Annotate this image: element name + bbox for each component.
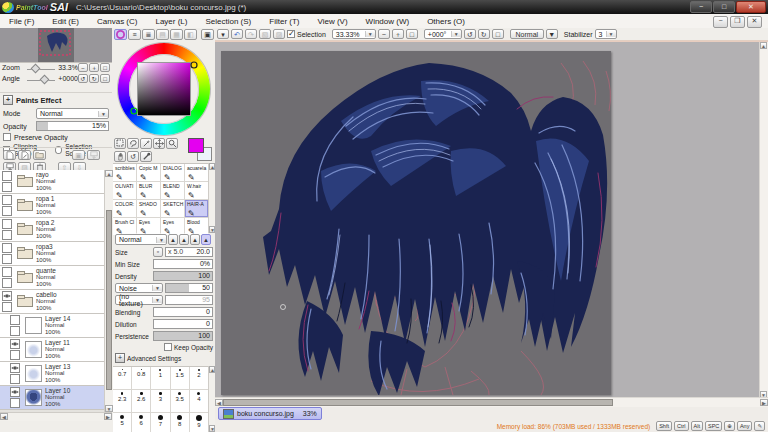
layer-mode-dropdown[interactable]: Normal ▼ — [36, 108, 109, 119]
chevron-down-icon[interactable]: ▼ — [152, 285, 162, 291]
foreground-color-swatch[interactable] — [188, 138, 204, 153]
layer-row[interactable]: ropa 1 Normal 100% — [0, 194, 104, 218]
view-zoom-out-button[interactable]: − — [378, 29, 390, 39]
size-preset[interactable]: 1 — [151, 367, 169, 389]
scratchpad-tab[interactable]: ◧ — [184, 29, 197, 40]
zoom-slider-knob[interactable] — [31, 63, 41, 73]
view-mode-button[interactable]: Normal — [510, 29, 544, 39]
brush-preset[interactable]: acuarela ✎ — [185, 164, 208, 181]
stabilizer-dropdown[interactable]: 3 ▼ — [595, 29, 617, 39]
size-preset[interactable]: 0.8 — [132, 367, 150, 389]
undo-button[interactable]: ↶ — [231, 29, 243, 39]
menu-item[interactable]: View (V) — [308, 15, 356, 28]
layer-row[interactable]: Layer 14 Normal 100% — [0, 314, 104, 338]
scroll-up-icon[interactable]: ▲ — [760, 42, 767, 49]
opacity-slider[interactable]: 15% — [36, 121, 109, 131]
advanced-settings-expand-icon[interactable]: + — [115, 353, 125, 363]
brush-preset[interactable]: scribbles ✎ — [113, 164, 136, 181]
size-preset[interactable]: 1.5 — [171, 367, 189, 389]
layer-link-toggle[interactable] — [2, 302, 12, 312]
brush-preset[interactable]: DIALOG ✎ — [161, 164, 184, 181]
size-preset[interactable]: 2 — [190, 367, 208, 389]
mdi-restore-button[interactable]: ❐ — [730, 16, 745, 28]
view-zoom-in-button[interactable]: ＋ — [392, 29, 404, 39]
layer-link-toggle[interactable] — [10, 350, 20, 360]
menu-item[interactable]: Window (W) — [357, 15, 419, 28]
new-linework-layer-button[interactable] — [18, 150, 31, 160]
swatches-tab[interactable]: ▦ — [170, 29, 183, 40]
size-preset[interactable]: 3 — [151, 390, 169, 412]
scroll-left-icon[interactable]: ◀ — [0, 413, 8, 420]
panel-options-button[interactable]: ▣ — [201, 29, 214, 40]
size-unit-button[interactable]: ▫ — [153, 247, 163, 257]
size-preset[interactable]: 3.5 — [171, 390, 189, 412]
angle-slider-knob[interactable] — [39, 74, 49, 84]
layer-link-toggle[interactable] — [10, 326, 20, 336]
menu-item[interactable]: Others (O) — [418, 15, 474, 28]
invert-selection-button[interactable]: ▨ — [273, 29, 285, 39]
view-rotate-cw-button[interactable]: ↻ — [478, 29, 490, 39]
chevron-down-icon[interactable]: ▼ — [606, 31, 616, 37]
brush-blend-mode-dropdown[interactable]: Normal ▼ — [115, 234, 167, 245]
color-wheel-tab[interactable] — [114, 29, 127, 40]
panel-toggle-button[interactable]: ▾ — [217, 29, 229, 39]
menu-item[interactable]: Canvas (C) — [88, 15, 146, 28]
menu-item[interactable]: Layer (L) — [146, 15, 196, 28]
rgb-sliders-tab[interactable]: ≡ — [128, 29, 141, 40]
brush-preset[interactable]: W.hair ✎ — [185, 182, 208, 199]
view-rotate-ccw-button[interactable]: ↺ — [464, 29, 476, 39]
view-zoom-reset-button[interactable]: □ — [406, 29, 418, 39]
layer-visibility-toggle[interactable] — [2, 219, 12, 229]
noise-slider[interactable]: 50 — [165, 283, 213, 293]
redo-button[interactable]: ↷ — [245, 29, 257, 39]
brush-preset[interactable]: COLOR: ✎ — [113, 200, 136, 217]
layer-row[interactable]: ropa 2 Normal 100% — [0, 218, 104, 242]
chevron-down-icon[interactable]: ▼ — [365, 31, 375, 37]
brush-tip-1[interactable]: ▲ — [168, 234, 178, 245]
chevron-down-icon[interactable]: ▼ — [156, 237, 166, 243]
scrollbar-thumb[interactable] — [223, 399, 613, 406]
size-slider[interactable]: x 5.0 20.0 — [165, 247, 213, 257]
layer-link-toggle[interactable] — [2, 182, 12, 192]
hue-wheel[interactable] — [118, 43, 210, 135]
view-mode-dropdown-icon[interactable]: ▼ — [546, 29, 558, 39]
layer-row[interactable]: cabello Normal 100% — [0, 290, 104, 314]
preserve-opacity-checkbox[interactable] — [3, 133, 11, 141]
layer-visibility-toggle[interactable] — [2, 195, 12, 205]
minimize-button[interactable]: − — [690, 1, 712, 13]
scrollbar-thumb[interactable] — [106, 210, 112, 390]
move-tool[interactable] — [153, 138, 165, 149]
zoom-tool[interactable] — [166, 138, 178, 149]
new-folder-button[interactable] — [33, 150, 46, 160]
zoom-reset-button[interactable]: □ — [100, 63, 110, 72]
layer-link-toggle[interactable] — [2, 254, 12, 264]
menu-item[interactable]: Edit (E) — [43, 15, 88, 28]
size-preset[interactable]: 2.6 — [132, 390, 150, 412]
expand-icon[interactable]: + — [3, 95, 13, 105]
view-angle-reset-button[interactable]: □ — [492, 29, 504, 39]
size-preset[interactable]: 4 — [190, 390, 208, 412]
zoom-out-button[interactable]: − — [78, 63, 88, 72]
new-layer-button[interactable] — [3, 150, 16, 160]
size-preset[interactable]: 0.7 — [113, 367, 131, 389]
brush-tip-2[interactable]: ▲ — [179, 234, 189, 245]
rect-select-tool[interactable] — [114, 138, 126, 149]
hand-tool[interactable] — [114, 151, 126, 162]
brush-preset[interactable]: SHADO ✎ — [137, 200, 160, 217]
rotate-cw-button[interactable]: ↻ — [89, 74, 99, 83]
persistence-slider[interactable]: 100 — [153, 331, 213, 341]
layer-visibility-toggle[interactable] — [10, 363, 20, 373]
color-mixer-tab[interactable]: ▤ — [156, 29, 169, 40]
layer-row[interactable]: rayo Normal 100% — [0, 170, 104, 194]
layer-link-toggle[interactable] — [2, 230, 12, 240]
keep-opacity-checkbox[interactable] — [164, 343, 172, 351]
size-preset[interactable]: 2.3 — [113, 390, 131, 412]
chevron-down-icon[interactable]: ▼ — [152, 297, 162, 303]
brush-tip-3[interactable]: ▲ — [190, 234, 200, 245]
layer-row[interactable]: Layer 11 Normal 100% — [0, 338, 104, 362]
close-button[interactable]: ✕ — [736, 1, 766, 13]
brush-preset[interactable]: BLEND ✎ — [161, 182, 184, 199]
maximize-button[interactable]: □ — [713, 1, 735, 13]
layer-list-scrollbar[interactable]: ▲ ▼ — [104, 170, 113, 412]
noise-dropdown[interactable]: Noise ▼ — [115, 283, 163, 293]
